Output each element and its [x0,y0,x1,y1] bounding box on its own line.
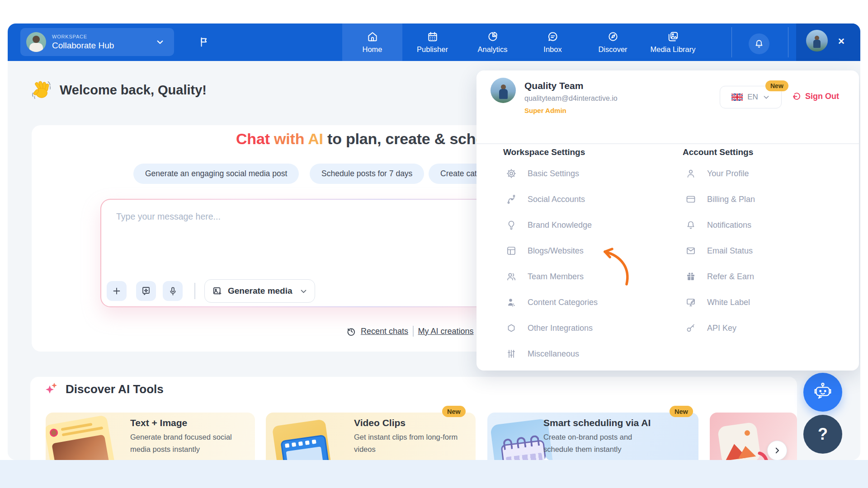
topbar-divider [731,27,732,57]
calendar-icon [427,31,439,42]
account-settings-title: Account Settings [683,147,753,157]
generate-media-button[interactable]: Generate media [204,279,315,303]
bottom-backdrop [0,460,868,488]
close-icon[interactable]: ✕ [838,36,845,47]
message-input[interactable]: Type your message here... [101,200,485,306]
monitor-pen-icon [685,297,696,308]
menu-item-team-members[interactable]: Team Members [506,270,584,283]
user-role-badge: Super Admin [524,107,566,114]
card-title: Video Clips [354,418,406,428]
plus-icon [112,286,122,296]
chevron-down-icon [156,38,164,46]
menu-item-your-profile[interactable]: Your Profile [685,167,749,180]
nav-item-media-library[interactable]: Media Library [643,23,703,61]
ai-prompt-button[interactable] [136,281,156,301]
notifications-bell-button[interactable] [749,33,769,54]
highlight-arrow-icon [594,244,635,287]
menu-item-miscellaneous[interactable]: Miscellaneous [506,347,579,360]
page-title: Welcome back, Quality! [60,83,207,98]
profile-dropdown-panel: Quality Team qualityteam@d4interactive.i… [476,70,859,371]
ai-tool-card-video-clips[interactable]: Video Clips Get instant clips from long-… [266,413,476,460]
card-description: Get instant clips from long-form videos [354,431,467,455]
gift-icon [685,271,696,282]
chevron-down-icon [763,94,770,101]
sign-out-button[interactable]: Sign Out [792,91,839,101]
welcome-row: Welcome back, Quality! [31,80,207,100]
layout-icon [506,245,517,256]
workspace-settings-title: Workspace Settings [503,147,585,157]
ai-tool-card-text-image[interactable]: Text + Image Generate brand focused soci… [46,413,255,460]
screen: WORKSPACE Collaborate Hub Home [0,0,868,488]
bell-icon [685,220,696,230]
chat-bubble-icon [547,31,559,42]
pie-chart-icon [487,31,499,42]
robot-icon [812,382,833,403]
bell-icon [754,38,764,49]
discover-header: Discover AI Tools [45,382,164,396]
message-input-container: Type your message here... [100,199,486,307]
recent-chats-link[interactable]: Recent chats [361,327,408,336]
sparkle-bubble-icon [141,286,151,296]
workspace-name: Collaborate Hub [52,41,114,51]
person-icon [685,168,696,179]
hexagon-icon [506,323,517,333]
video-clips-thumbnail [272,419,333,460]
top-navigation-bar: WORKSPACE Collaborate Hub Home [8,23,860,61]
card-description: Create on-brand posts and schedule them … [543,431,654,455]
menu-item-content-categories[interactable]: Content Categories [506,296,598,309]
menu-item-api-key[interactable]: API Key [685,322,736,334]
flag-icon[interactable] [195,33,213,51]
profile-menu-trigger[interactable]: ✕ [796,23,860,61]
menu-item-refer-earn[interactable]: Refer & Earn [685,270,754,283]
sparkles-icon [45,382,58,396]
nav-item-home[interactable]: Home [342,23,402,61]
user-email: qualityteam@d4interactive.io [524,94,618,103]
menu-item-email-status[interactable]: Email Status [685,244,753,257]
ai-assistant-fab[interactable] [803,373,842,412]
menu-item-other-integrations[interactable]: Other Integrations [506,322,593,334]
message-placeholder: Type your message here... [116,211,221,222]
topbar-divider [788,27,788,57]
workspace-selector[interactable]: WORKSPACE Collaborate Hub [20,28,174,56]
user-name: Quality Team [524,80,583,91]
language-code: EN [747,93,758,102]
media-library-icon [667,31,679,42]
prompt-chip[interactable]: Generate an engaging social media post [133,164,299,184]
user-tag-icon [506,297,517,308]
menu-item-basic-settings[interactable]: Basic Settings [506,167,579,180]
nav-item-discover[interactable]: Discover [583,23,643,61]
nav-item-publisher[interactable]: Publisher [402,23,462,61]
new-badge: New [442,406,466,417]
text-image-thumbnail [46,415,118,460]
gear-icon [506,168,517,179]
panel-divider [476,143,859,144]
chat-heading: Chat with AI to plan, create & schedule [236,130,515,148]
card-title: Smart scheduling via AI [543,418,651,428]
help-fab[interactable]: ? [803,415,842,454]
add-attachment-button[interactable] [107,281,127,301]
menu-item-notifications[interactable]: Notifications [685,219,751,231]
ai-tool-card-smart-scheduling[interactable]: ✦ Smart scheduling via AI Create on-bran… [487,413,698,460]
lightbulb-icon [506,220,517,230]
menu-item-blogs-websites[interactable]: Blogs/Websites [506,244,584,257]
question-mark: ? [818,425,828,444]
sign-out-icon [792,91,802,101]
carousel-next-button[interactable] [767,441,787,460]
nav-item-inbox[interactable]: Inbox [523,23,583,61]
menu-item-brand-knowledge[interactable]: Brand Knowledge [506,219,592,231]
menu-item-billing-plan[interactable]: Billing & Plan [685,193,755,206]
prompt-chip[interactable]: Schedule posts for 7 days [310,164,424,184]
workspace-avatar [26,32,46,52]
nav-item-analytics[interactable]: Analytics [462,23,523,61]
menu-item-white-label[interactable]: White Label [685,296,750,309]
menu-item-social-accounts[interactable]: Social Accounts [506,193,585,206]
user-avatar-large [491,78,516,103]
users-icon [506,271,517,282]
section-title: Discover AI Tools [66,382,164,396]
input-toolbar-divider [194,283,195,299]
voice-input-button[interactable] [163,281,183,301]
app-window: WORKSPACE Collaborate Hub Home [8,23,860,460]
new-badge: New [670,406,693,417]
history-clock-icon [346,326,356,336]
my-ai-creations-link[interactable]: My AI creations [418,327,474,336]
